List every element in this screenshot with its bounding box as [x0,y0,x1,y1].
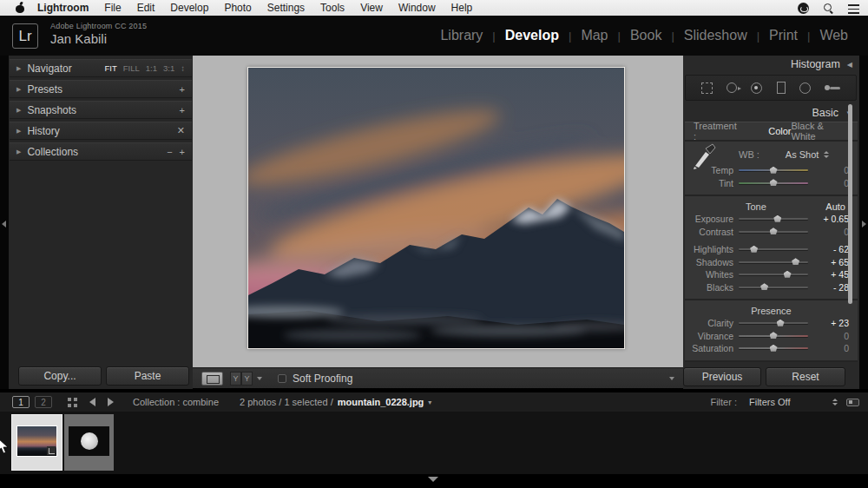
slider-thumb[interactable] [792,258,799,265]
treatment-bw-option[interactable]: Black & White [792,121,849,142]
slider-track[interactable] [739,287,808,288]
slider-track[interactable] [739,182,808,184]
wb-preset-updown-icon[interactable] [824,151,829,158]
filter-updown-icon[interactable] [832,399,838,406]
slider-value[interactable]: - 28 [816,282,849,293]
slider-value[interactable]: + 0.65 [816,214,849,224]
panel-history[interactable]: ▶ History ✕ [10,122,192,140]
panel-collections[interactable]: ▶ Collections − + [10,142,192,161]
add-preset-icon[interactable]: + [180,84,185,95]
add-collection-icon[interactable]: + [180,147,185,157]
panel-navigator[interactable]: ▶ Navigator FIT FILL 1:1 3:1 ↕ [10,59,192,77]
edited-badge-icon[interactable] [47,446,56,455]
right-panel-collapse-strip[interactable] [859,56,868,389]
disclosure-triangle-icon[interactable]: ▶ [16,128,21,135]
menu-settings[interactable]: Settings [267,2,305,14]
graduated-filter-icon[interactable] [777,82,786,94]
creative-cloud-icon[interactable] [798,3,809,14]
notification-list-icon[interactable] [848,4,859,14]
zoom-3-1[interactable]: 3:1 [163,63,174,73]
wb-preset-select[interactable]: As Shot [786,149,819,160]
zoom-1-1[interactable]: 1:1 [146,63,157,73]
slider-track[interactable] [739,347,808,349]
red-eye-correction-icon[interactable] [751,82,762,94]
copy-button[interactable]: Copy... [18,366,102,386]
before-after-right-icon[interactable]: Y [241,372,253,386]
slider-track[interactable] [739,231,808,233]
selected-filename[interactable]: mountain_0228.jpg [338,397,424,407]
disclosure-triangle-icon[interactable]: ▶ [16,107,21,114]
menu-window[interactable]: Window [398,2,436,14]
slider-thumb[interactable] [784,271,792,278]
slider-thumb[interactable] [777,320,785,326]
disclosure-triangle-icon[interactable]: ▶ [16,86,21,93]
main-photo[interactable] [247,67,625,349]
slider-thumb[interactable] [770,179,778,186]
radial-filter-icon[interactable] [799,82,811,94]
filter-select[interactable]: Filters Off [749,397,827,407]
zoom-updown-icon[interactable]: ↕ [181,63,185,73]
slider-track[interactable] [739,261,808,263]
slider-track[interactable] [739,322,808,324]
zoom-fit[interactable]: FIT [105,63,117,73]
menu-view[interactable]: View [360,2,383,14]
slider-thumb[interactable] [773,215,781,222]
crop-overlay-icon[interactable] [701,82,713,94]
slider-value[interactable]: 0 [816,165,849,175]
paste-button[interactable]: Paste [106,366,189,386]
loupe-view-icon[interactable] [201,372,223,386]
menu-develop[interactable]: Develop [170,2,208,14]
panel-presets[interactable]: ▶ Presets + [10,80,192,98]
remove-collection-icon[interactable]: − [167,147,172,157]
menu-photo[interactable]: Photo [224,2,251,14]
menu-edit[interactable]: Edit [137,2,155,14]
slider-value[interactable]: 0 [816,343,849,353]
mountain-thumbnail-image[interactable] [16,425,57,457]
menu-tools[interactable]: Tools [320,2,345,14]
source-indicator[interactable]: Collection : combine [133,397,219,407]
collapse-left-arrow-icon[interactable] [2,221,6,228]
slider-thumb[interactable] [770,228,778,234]
apple-menu-icon[interactable] [16,3,25,13]
toolbar-options-dropdown-icon[interactable] [669,377,674,380]
histogram-collapse-icon[interactable]: ◀ [847,61,852,69]
zoom-fill[interactable]: FILL [123,63,140,73]
left-panel-collapse-strip[interactable] [0,56,9,389]
previous-photo-icon[interactable] [89,398,95,406]
slider-track[interactable] [739,335,808,337]
filmstrip-thumbnail[interactable] [64,414,114,471]
slider-value[interactable]: + 23 [816,318,849,328]
slider-thumb[interactable] [770,345,778,352]
disclosure-triangle-icon[interactable]: ▶ [16,65,21,72]
slider-thumb[interactable] [750,246,758,253]
reset-button[interactable]: Reset [766,367,845,386]
second-window-button[interactable]: 2 [35,396,52,408]
filter-toggle-icon[interactable] [846,399,859,406]
slider-value[interactable]: + 65 [816,257,849,267]
treatment-color-option[interactable]: Color [768,126,791,136]
module-library[interactable]: Library [431,28,492,43]
slider-value[interactable]: 0 [816,178,849,188]
module-web[interactable]: Web [810,28,858,43]
search-icon[interactable] [823,3,834,14]
before-after-dropdown-icon[interactable] [257,377,262,380]
previous-button[interactable]: Previous [683,367,761,386]
disclosure-triangle-icon[interactable]: ▶ [16,148,21,155]
slider-value[interactable]: 0 [816,227,849,237]
histogram-panel-header[interactable]: Histogram ◀ [683,56,859,73]
slider-value[interactable]: - 62 [816,244,849,254]
menu-file[interactable]: File [104,2,121,14]
module-map[interactable]: Map [571,28,617,43]
slider-value[interactable]: + 45 [816,269,849,280]
filmstrip-collapse-icon[interactable] [428,477,438,482]
spot-removal-icon[interactable] [727,82,737,93]
grid-view-icon[interactable] [68,398,77,407]
filmstrip-thumbnail-selected[interactable] [11,414,62,471]
next-photo-icon[interactable] [108,398,114,406]
menu-help[interactable]: Help [451,2,473,14]
panel-scrollbar[interactable] [848,104,852,304]
module-print[interactable]: Print [760,28,807,43]
add-snapshot-icon[interactable]: + [180,105,185,115]
slider-track[interactable] [739,169,808,171]
menu-app-name[interactable]: Lightroom [37,2,89,14]
